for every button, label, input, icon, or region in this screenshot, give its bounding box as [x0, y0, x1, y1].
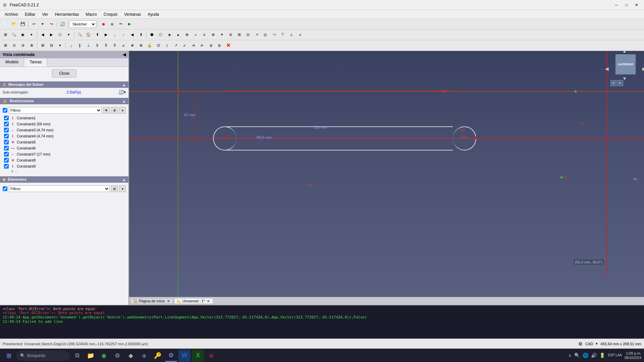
clock[interactable]: 1:08 p.m. 08/10/2024 [625, 351, 641, 360]
restrictions-settings-btn[interactable]: ⚙ [111, 107, 118, 114]
constraint-more-4[interactable]: ≡ [119, 42, 127, 50]
view-drop2[interactable]: ▾ [65, 31, 73, 39]
grid-drop[interactable]: ▾ [56, 42, 64, 50]
network-icon[interactable]: 🌐 [583, 353, 588, 358]
restrictions-eye-btn[interactable]: 👁 [103, 107, 110, 114]
menu-ventanas[interactable]: Ventanas [121, 11, 144, 18]
draw-style[interactable]: ◉ [19, 31, 27, 39]
search-box[interactable]: 🔍 Búsqueda [16, 351, 70, 361]
constraint-more-11[interactable]: ↙ [180, 42, 189, 50]
new-button[interactable]: 📄 [1, 20, 9, 28]
c9-check[interactable] [4, 164, 9, 169]
tb-more-6[interactable]: ≈ [192, 31, 200, 39]
constraint-par[interactable]: ∥ [76, 42, 84, 50]
c2-check[interactable] [4, 122, 9, 126]
c4-check[interactable] [4, 134, 9, 138]
view-bottom[interactable]: ⬇ [137, 31, 145, 39]
tb-more-3[interactable]: ◈ [165, 31, 173, 39]
git-button[interactable]: ◆ [125, 350, 137, 362]
back-view[interactable]: ◀ [39, 31, 47, 39]
undo-button[interactable]: ↩ [30, 20, 38, 28]
constraint-more-5[interactable]: ≢ [128, 42, 136, 50]
panel-collapse-icon[interactable]: ◀ [123, 52, 126, 57]
constraint-more-15[interactable]: ⊵ [215, 42, 223, 50]
solver-collapse[interactable]: ▲ [122, 83, 126, 87]
constraint-sym[interactable]: ⟂ [67, 42, 75, 50]
restrictions-filter-select[interactable]: Filtros [9, 107, 102, 114]
constraint-perp[interactable]: ⊥ [85, 42, 93, 50]
c1-check[interactable] [4, 116, 9, 120]
constraint-more-8[interactable]: ⊡ [154, 42, 162, 50]
constraint-more-7[interactable]: 🔒 [146, 42, 154, 50]
c6-check[interactable] [4, 146, 9, 150]
menu-croquis[interactable]: Croquis [100, 11, 121, 18]
nav-rotate-cw[interactable]: ↻ [617, 80, 623, 86]
view-left[interactable]: ◀ [128, 31, 136, 39]
tb-more-4[interactable]: ● [174, 31, 182, 39]
menu-editar[interactable]: Editar [21, 11, 39, 18]
constraint-more-9[interactable]: I [163, 42, 171, 50]
elements-more-btn[interactable]: ▾ [119, 185, 126, 192]
file-explorer-button[interactable]: 📁 [85, 350, 97, 362]
chevron-up-icon[interactable]: ∧ [568, 353, 572, 358]
nav-left-arrow[interactable]: ◀ [605, 66, 609, 71]
menu-herramientas[interactable]: Herramientas [51, 11, 82, 18]
volume-icon[interactable]: 🔊 [591, 353, 597, 358]
view-right[interactable]: ▶ [102, 31, 110, 39]
close-sketch-button[interactable]: Close [52, 69, 76, 77]
constraint-more-12[interactable]: ⊲ [189, 42, 197, 50]
snap-toggle[interactable]: ⊟ [47, 42, 55, 50]
c8-check[interactable] [4, 158, 9, 163]
view-back[interactable]: ↑ [119, 31, 127, 39]
elements-settings-btn[interactable]: ⚙ [111, 185, 118, 192]
elements-collapse[interactable]: ▲ [122, 178, 126, 182]
unnamed-close[interactable]: ✕ [206, 299, 210, 303]
tb-more-11[interactable]: ⊞ [235, 31, 243, 39]
tb-more-16[interactable]: ⊤ [279, 31, 287, 39]
tb-more-9[interactable]: ✦ [218, 31, 226, 39]
search-tray-icon[interactable]: 🔍 [574, 353, 580, 358]
view-fit-all[interactable]: ⊞ [1, 31, 9, 39]
refresh-icon[interactable]: 🔄▾ [119, 90, 126, 95]
constraint-more-3[interactable]: ⊽ [111, 42, 119, 50]
cad-dropdown[interactable]: ▾ [596, 342, 598, 346]
log-area[interactable]: <class 'Part.OCCError'>: Both points are… [0, 305, 644, 339]
viewport[interactable]: ← → 230 mm R9,5 mm 97 mm ≡41 ≡41 ≡36 ≡41… [129, 51, 644, 305]
nav-cube-face-top[interactable]: SUPERIOR [615, 54, 636, 74]
sketch-tb-2[interactable]: ⊙ [10, 42, 18, 50]
c5-check[interactable] [4, 140, 9, 144]
nav-right-arrow[interactable]: ▶ [642, 66, 644, 71]
maximize-button[interactable]: □ [622, 1, 631, 9]
vscode-button[interactable]: ◈ [138, 350, 150, 362]
macro-record-button[interactable]: ⏺ [99, 20, 107, 28]
constraint-more-10[interactable]: ↗ [172, 42, 180, 50]
task-view-button[interactable]: ⧉ [71, 350, 83, 362]
refresh-button[interactable]: 🔄 [58, 20, 66, 28]
tb-more-7[interactable]: ∧ [200, 31, 208, 39]
grid-toggle[interactable]: ⊞ [39, 42, 47, 50]
tb-more-8[interactable]: ⊗ [209, 31, 217, 39]
macro-stop-button[interactable]: ⏹ [108, 20, 116, 28]
restrictions-more-btn[interactable]: ▾ [119, 107, 126, 114]
settings-button[interactable]: ⚙ [111, 350, 123, 362]
menu-ver[interactable]: Ver [39, 11, 51, 18]
chrome-button[interactable]: ◉ [98, 350, 110, 362]
view-front[interactable]: ↓ [111, 31, 119, 39]
nav-up-arrow[interactable]: ▲ [622, 51, 627, 54]
dof-value[interactable]: 2 DoF(s) [66, 90, 81, 94]
view-3d[interactable]: ⬡ [56, 31, 64, 39]
open-button[interactable]: 📂 [10, 20, 18, 28]
workbench-selector[interactable]: Sketcher [69, 20, 96, 28]
tb-more-5[interactable]: ⊕ [183, 31, 191, 39]
macro-edit-button[interactable]: ✏ [117, 20, 125, 28]
constraint-more-13[interactable]: ⊳ [198, 42, 206, 50]
home-page-close[interactable]: ✕ [166, 299, 170, 303]
battery-icon[interactable]: 🔋 [599, 353, 605, 358]
tb-more-12[interactable]: ⊡ [244, 31, 252, 39]
constraint-more-14[interactable]: ⊴ [207, 42, 215, 50]
tb-more-18[interactable]: ↙ [296, 31, 304, 39]
menu-archivo[interactable]: Archivo [1, 11, 21, 18]
word-button[interactable]: W [178, 350, 191, 362]
freecad-taskbar-button[interactable]: ⚙ [165, 350, 177, 362]
terminal-button[interactable]: ☠ [205, 350, 217, 362]
